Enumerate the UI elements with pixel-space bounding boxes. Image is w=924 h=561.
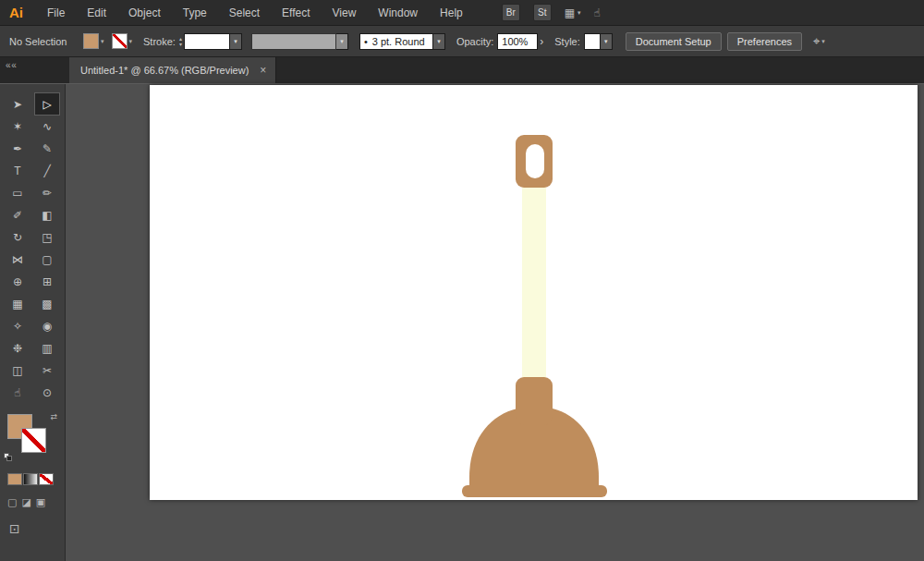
- collapse-panel-icon[interactable]: « «: [0, 57, 66, 83]
- menu-item-object[interactable]: Object: [117, 6, 172, 19]
- stroke-weight-input[interactable]: [184, 33, 230, 50]
- magic-wand-tool[interactable]: ✶: [6, 116, 30, 137]
- pen-tool[interactable]: ✒: [6, 138, 30, 159]
- canvas-area[interactable]: [66, 84, 924, 561]
- align-options-icon[interactable]: ⌖: [813, 34, 820, 49]
- chevron-down-icon[interactable]: ▾: [101, 38, 104, 45]
- column-graph-tool[interactable]: ▥: [35, 337, 59, 359]
- document-setup-button[interactable]: Document Setup: [626, 32, 722, 51]
- eyedropper-tool[interactable]: ✧: [6, 315, 30, 336]
- menu-item-file[interactable]: File: [36, 6, 76, 19]
- draw-behind-button[interactable]: ◪: [21, 496, 30, 508]
- chevron-down-icon: ▾: [578, 9, 581, 17]
- document-tab[interactable]: Untitled-1* @ 66.67% (RGB/Preview) ×: [69, 57, 276, 83]
- drawing-mode-buttons: ▢ ◪ ▣: [7, 496, 65, 508]
- zoom-tool[interactable]: ⊙: [35, 382, 59, 403]
- app-logo: Ai: [0, 5, 36, 20]
- arrange-documents-icon: ▦: [565, 6, 575, 19]
- main-menu: FileEditObjectTypeSelectEffectViewWindow…: [36, 6, 474, 19]
- eraser-tool[interactable]: ◧: [35, 204, 59, 226]
- free-transform-tool[interactable]: ▢: [35, 249, 59, 270]
- plunger-stick[interactable]: [522, 185, 546, 381]
- none-button[interactable]: [39, 473, 54, 485]
- variable-width-profile-dropdown: ▾: [336, 33, 348, 50]
- mesh-tool[interactable]: ▦: [6, 293, 30, 314]
- stepper-down-icon[interactable]: ▾: [179, 42, 182, 47]
- color-button[interactable]: [7, 473, 22, 485]
- stroke-color-control[interactable]: ▾: [112, 33, 133, 49]
- menu-item-effect[interactable]: Effect: [271, 6, 321, 19]
- preferences-button[interactable]: Preferences: [727, 32, 802, 51]
- blend-tool[interactable]: ◉: [35, 315, 59, 336]
- stroke-label: Stroke:: [143, 36, 176, 47]
- menu-item-type[interactable]: Type: [172, 6, 218, 19]
- fill-color-swatch[interactable]: [83, 33, 99, 49]
- direct-selection-tool[interactable]: ▷: [35, 93, 59, 115]
- plunger-artwork[interactable]: [150, 85, 918, 500]
- menu-bar: Ai FileEditObjectTypeSelectEffectViewWin…: [0, 0, 924, 26]
- artboard-tool[interactable]: ◫: [6, 360, 30, 381]
- opacity-flyout-arrow[interactable]: ›: [540, 35, 543, 48]
- tools-panel: ➤▷✶∿✒✎T╱▭✏✐◧↻◳⋈▢⊕⊞▦▩✧◉❉▥◫✂☝⊙ ⇄ ▢ ◪ ▣ ⊡: [0, 84, 66, 561]
- line-segment-tool[interactable]: ╱: [35, 160, 59, 181]
- color-mode-buttons: [7, 473, 65, 485]
- slice-tool[interactable]: ✂: [35, 360, 59, 381]
- opacity-input[interactable]: 100%: [497, 33, 538, 50]
- style-swatch[interactable]: [584, 33, 601, 50]
- touch-workspace-icon[interactable]: ☝: [594, 6, 601, 19]
- fill-color-control[interactable]: ▾: [83, 33, 104, 49]
- default-fill-stroke-icon[interactable]: [4, 453, 13, 462]
- arrange-documents-button[interactable]: ▦ ▾: [565, 6, 581, 19]
- document-tab-title: Untitled-1* @ 66.67% (RGB/Preview): [80, 65, 249, 76]
- selection-tool[interactable]: ➤: [6, 93, 30, 115]
- control-bar: No Selection ▾ ▾ Stroke: ▴ ▾ ▾ ▾ • 3 pt.…: [0, 26, 924, 57]
- menu-item-edit[interactable]: Edit: [76, 6, 117, 19]
- tools-grid: ➤▷✶∿✒✎T╱▭✏✐◧↻◳⋈▢⊕⊞▦▩✧◉❉▥◫✂☝⊙: [0, 93, 65, 403]
- chevron-down-icon[interactable]: ▾: [821, 38, 825, 45]
- brush-definition-dropdown[interactable]: ▾: [433, 33, 445, 50]
- width-tool[interactable]: ⋈: [6, 249, 30, 270]
- tab-close-icon[interactable]: ×: [260, 64, 266, 77]
- draw-normal-button[interactable]: ▢: [7, 496, 17, 508]
- stroke-none-swatch[interactable]: [112, 33, 128, 49]
- bridge-button[interactable]: Br: [502, 4, 520, 21]
- brush-definition-select[interactable]: • 3 pt. Round: [359, 33, 433, 50]
- style-dropdown[interactable]: ▾: [601, 33, 613, 50]
- stroke-weight-dropdown[interactable]: ▾: [230, 33, 242, 50]
- variable-width-profile-select: [251, 33, 336, 50]
- shaper-tool[interactable]: ✐: [6, 204, 30, 226]
- plunger-base[interactable]: [462, 485, 607, 497]
- stroke-weight-stepper[interactable]: ▴ ▾: [179, 36, 182, 47]
- gradient-button[interactable]: [23, 473, 38, 485]
- paintbrush-tool[interactable]: ✏: [35, 182, 59, 203]
- draw-inside-button[interactable]: ▣: [36, 496, 45, 508]
- artboard[interactable]: [150, 85, 918, 500]
- plunger-neck[interactable]: [516, 377, 553, 425]
- hand-tool[interactable]: ☝: [6, 382, 30, 403]
- stroke-swatch[interactable]: [21, 428, 46, 453]
- perspective-grid-tool[interactable]: ⊞: [35, 271, 59, 292]
- style-label: Style:: [554, 36, 580, 47]
- plunger-handle-hole[interactable]: [526, 144, 544, 178]
- symbol-sprayer-tool[interactable]: ❉: [6, 337, 30, 359]
- rectangle-tool[interactable]: ▭: [6, 182, 30, 203]
- menu-item-select[interactable]: Select: [218, 6, 271, 19]
- screen-mode-button[interactable]: ⊡: [9, 521, 65, 536]
- lasso-tool[interactable]: ∿: [35, 116, 59, 137]
- brush-definition-value: 3 pt. Round: [372, 36, 425, 47]
- menu-item-window[interactable]: Window: [367, 6, 429, 19]
- stock-button[interactable]: St: [533, 4, 552, 21]
- brush-bullet-icon: •: [364, 36, 368, 47]
- menu-item-view[interactable]: View: [322, 6, 368, 19]
- align-options-control[interactable]: ⌖ ▾: [813, 34, 825, 49]
- menu-item-help[interactable]: Help: [429, 6, 474, 19]
- type-tool[interactable]: T: [6, 160, 30, 181]
- chevron-down-icon[interactable]: ▾: [129, 38, 133, 45]
- gradient-tool[interactable]: ▩: [35, 293, 59, 314]
- swap-fill-stroke-icon[interactable]: ⇄: [50, 412, 57, 421]
- shape-builder-tool[interactable]: ⊕: [6, 271, 30, 292]
- rotate-tool[interactable]: ↻: [6, 226, 30, 248]
- curvature-tool[interactable]: ✎: [35, 138, 59, 159]
- scale-tool[interactable]: ◳: [35, 226, 59, 248]
- selection-status: No Selection: [9, 36, 76, 47]
